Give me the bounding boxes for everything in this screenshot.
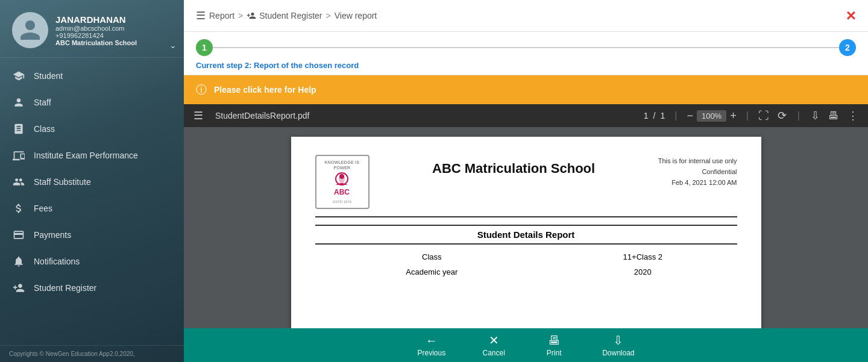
pdf-report-title: Student Details Report [315,225,737,245]
sidebar-nav: Student Staff Class Institute Exam Perfo… [0,58,184,345]
pdf-confidential: Confidential [658,168,737,175]
sidebar: JANARDHANAN admin@abcschool.com +9199622… [0,0,184,362]
sidebar-item-staff[interactable]: Staff [0,89,184,116]
svg-text:ABC: ABC [334,188,350,196]
student-register-bc-icon [247,11,256,20]
print-label: Print [547,349,562,357]
footer-bar: ← Previous ✕ Cancel 🖶 Print ⇩ Download [184,328,868,362]
fullscreen-icon[interactable]: ⛶ [758,110,769,122]
pdf-school-name: ABC Matriculation School [432,155,595,176]
notifications-icon [12,255,25,268]
year-label: Academic year [315,264,549,279]
pdf-area: ☰ StudentDetailsReport.pdf 1 / 1 | − 100… [184,104,868,328]
previous-label: Previous [417,349,445,357]
class-value: 11+Class 2 [549,249,737,264]
pdf-header: KNOWLEDGE IS POWER ABC ESTD 1976 [315,155,737,217]
pdf-print-icon[interactable]: 🖶 [828,110,839,122]
pdf-download-icon[interactable]: ⇩ [811,109,820,122]
zoom-out-button[interactable]: − [687,110,693,122]
svg-point-1 [339,174,344,179]
cancel-icon: ✕ [489,333,499,348]
profile-name: JANARDHANAN [55,14,137,25]
sidebar-item-staff-label: Staff [34,98,51,107]
zoom-in-button[interactable]: + [730,110,737,122]
zoom-value: 100% [697,110,726,122]
pdf-logo: KNOWLEDGE IS POWER ABC ESTD 1976 [315,155,370,209]
fees-icon [12,202,25,215]
pdf-logo-inner: KNOWLEDGE IS POWER ABC ESTD 1976 [319,160,366,204]
sidebar-item-payments[interactable]: Payments [0,222,184,248]
menu-icon: ☰ [196,9,206,22]
current-step-label: Current step 2: Report of the chosen rec… [196,61,856,70]
pdf-internal-use: This is for internal use only [658,157,737,164]
pdf-divider3: | [797,110,800,121]
pdf-more-icon[interactable]: ⋮ [848,109,858,122]
table-row-class: Class 11+Class 2 [315,249,737,264]
student-icon [12,69,25,83]
sidebar-item-fees[interactable]: Fees [0,195,184,222]
sidebar-footer: Copyrights © NewGen Education App2.0,202… [0,345,184,362]
breadcrumb-view-report: View report [335,11,377,20]
help-bar-text: Please click here for Help [214,85,316,95]
close-button[interactable]: × [846,7,856,24]
topbar: ☰ Report > Student Register > View repor… [184,0,868,32]
chevron-down-icon[interactable]: ⌄ [169,40,177,50]
download-label: Download [602,349,634,357]
steps-area: 1 2 Current step 2: Report of the chosen… [184,32,868,75]
previous-icon: ← [426,334,438,348]
substitute-icon [12,175,25,189]
pdf-divider1: | [675,110,677,121]
sidebar-item-student[interactable]: Student [0,63,184,89]
previous-button[interactable]: ← Previous [399,328,464,362]
pdf-divider2: | [746,110,749,121]
pdf-menu-icon[interactable]: ☰ [193,109,203,122]
download-icon: ⇩ [613,333,623,348]
help-icon: ⓘ [196,83,207,97]
pdf-page-sep: / [653,111,656,120]
pdf-page-current: 1 [644,111,649,120]
rotate-icon[interactable]: ⟳ [778,109,787,122]
pdf-page-nav: 1 / 1 [644,111,665,120]
pdf-filename: StudentDetailsReport.pdf [210,111,637,120]
step-line [213,47,839,48]
abc-logo-svg: ABC [326,170,359,198]
logo-tagline: KNOWLEDGE IS POWER [319,160,366,170]
sidebar-item-student-register[interactable]: Student Register [0,275,184,301]
logo-estd: ESTD 1976 [319,200,366,204]
sidebar-item-student-label: Student [34,71,63,81]
profile-school: ABC Matriculation School [55,39,137,46]
sidebar-item-institute-exam[interactable]: Institute Exam Performance [0,142,184,169]
step2-circle: 2 [839,39,856,56]
help-bar[interactable]: ⓘ Please click here for Help [184,75,868,104]
user-avatar-icon [18,18,42,42]
print-icon: 🖶 [548,334,560,348]
staff-icon [12,96,25,109]
step1-circle: 1 [196,39,213,56]
pdf-zoom-controls: − 100% + [687,110,736,122]
sidebar-item-substitute-label: Staff Substitute [34,177,91,187]
sidebar-item-register-label: Student Register [34,283,96,293]
pdf-actions: ⛶ ⟳ | ⇩ 🖶 ⋮ [758,109,858,122]
sidebar-item-class[interactable]: Class [0,116,184,142]
pdf-date: Feb 4, 2021 12:00 AM [658,179,737,186]
print-button[interactable]: 🖶 Print [524,328,584,362]
class-icon [12,122,25,136]
main-content: ☰ Report > Student Register > View repor… [184,0,868,362]
register-icon [12,281,25,295]
breadcrumb-student-register: Student Register [247,11,322,20]
steps-track: 1 2 [196,39,856,56]
cancel-button[interactable]: ✕ Cancel [464,328,524,362]
pdf-page: KNOWLEDGE IS POWER ABC ESTD 1976 [291,137,761,328]
sidebar-item-substitute[interactable]: Staff Substitute [0,169,184,195]
breadcrumb-sep1: > [238,11,243,20]
avatar [12,12,48,48]
sidebar-item-payments-label: Payments [34,230,71,240]
cancel-label: Cancel [482,349,505,357]
download-button[interactable]: ⇩ Download [584,328,652,362]
year-value: 2020 [549,264,737,279]
sidebar-item-notifications[interactable]: Notifications [0,248,184,275]
exam-icon [12,149,25,162]
profile-phone: +919962281424 [55,32,137,39]
class-label: Class [315,249,549,264]
sidebar-item-exam-label: Institute Exam Performance [34,151,138,160]
